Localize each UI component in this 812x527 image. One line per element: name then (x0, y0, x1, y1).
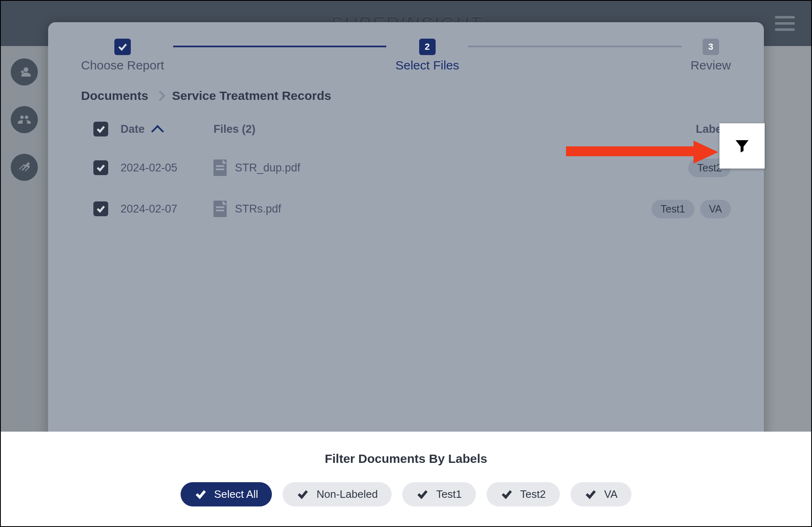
label-chip[interactable]: VA (700, 200, 731, 218)
pill-non-labeled[interactable]: Non-Labeled (283, 482, 392, 506)
check-icon (297, 488, 309, 500)
filter-icon (733, 137, 751, 155)
sheet-title: Filter Documents By Labels (325, 452, 487, 466)
step-number-icon: 2 (419, 39, 436, 55)
pill-label: Select All (214, 488, 258, 501)
chevron-right-icon (155, 90, 165, 101)
step-label: Choose Report (81, 58, 164, 72)
file-icon (213, 201, 227, 217)
step-number-icon: 3 (703, 39, 719, 55)
stepper: Choose Report 2 Select Files 3 Review (48, 22, 764, 85)
pill-label: Non-Labeled (316, 488, 378, 501)
cell-filename: STR_dup.pdf (235, 162, 300, 174)
label-chip[interactable]: Test1 (652, 200, 694, 218)
cell-filename: STRs.pdf (235, 203, 281, 215)
filter-sheet: Filter Documents By Labels Select All No… (1, 432, 811, 526)
filter-button[interactable] (719, 123, 765, 169)
check-icon (501, 488, 513, 500)
table-row[interactable]: 2024-02-07 STRs.pdf Test1 VA (81, 188, 731, 229)
column-date[interactable]: Date (121, 123, 213, 136)
select-all-checkbox[interactable] (93, 122, 108, 136)
cell-date: 2024-02-05 (121, 162, 177, 174)
pill-test1[interactable]: Test1 (402, 482, 476, 506)
breadcrumb-current: Service Treatment Records (172, 89, 331, 103)
column-label: Date (121, 123, 145, 136)
file-icon (213, 159, 227, 176)
pill-label: Test1 (436, 488, 462, 501)
pill-label: VA (604, 488, 618, 501)
pill-va[interactable]: VA (571, 482, 632, 506)
pill-select-all[interactable]: Select All (181, 482, 272, 506)
check-icon (585, 488, 597, 500)
step-label: Select Files (395, 58, 459, 72)
filter-pills: Select All Non-Labeled Test1 Test2 VA (181, 482, 632, 506)
pill-test2[interactable]: Test2 (487, 482, 560, 506)
file-table: Date Files (2) Labels 2024-02-05 STR_dup… (48, 111, 764, 229)
step-choose-report[interactable]: Choose Report (81, 39, 164, 72)
check-icon (114, 39, 131, 55)
step-connector (173, 46, 386, 47)
breadcrumb: Documents Service Treatment Records (48, 85, 764, 111)
column-files[interactable]: Files (2) (213, 123, 624, 136)
sort-asc-icon (151, 125, 164, 138)
step-review[interactable]: 3 Review (691, 39, 731, 72)
cell-date: 2024-02-07 (121, 203, 177, 215)
step-connector (468, 46, 681, 47)
check-icon (195, 488, 207, 500)
check-icon (416, 488, 429, 500)
row-checkbox[interactable] (93, 201, 108, 216)
step-label: Review (691, 58, 731, 72)
pill-label: Test2 (520, 488, 546, 501)
column-label: Files (2) (213, 123, 255, 136)
column-labels: Labels (624, 123, 731, 136)
breadcrumb-root[interactable]: Documents (81, 89, 148, 103)
step-select-files[interactable]: 2 Select Files (395, 39, 459, 72)
annotation-arrow (566, 141, 718, 160)
row-checkbox[interactable] (93, 160, 108, 175)
